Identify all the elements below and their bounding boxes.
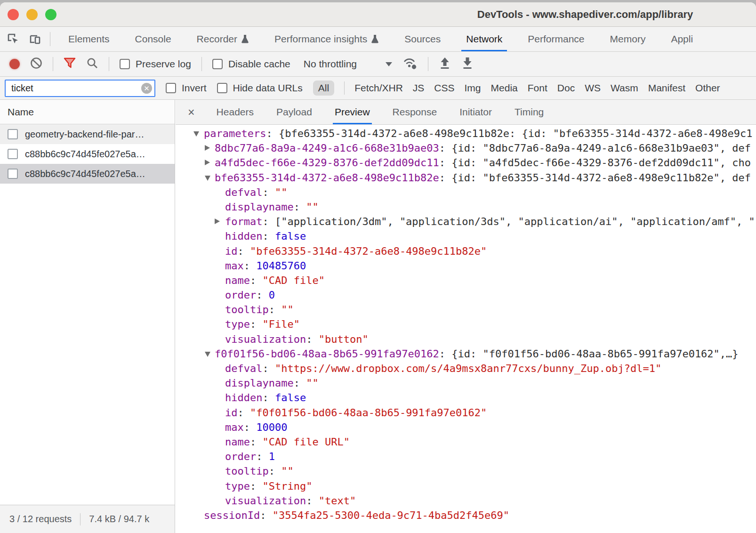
close-detail-button[interactable]: × xyxy=(187,100,196,124)
preserve-log-label: Preserve log xyxy=(136,58,191,70)
tree-key: defval xyxy=(225,186,262,198)
tree-preview-text: : xyxy=(306,333,319,345)
devtools-tabbar: ElementsConsoleRecorderPerformance insig… xyxy=(0,27,756,52)
tree-row[interactable]: a4fd5dec-f66e-4329-8376-def2dd09dc11: {i… xyxy=(176,155,756,170)
filter-type-other[interactable]: Other xyxy=(695,82,720,94)
tree-preview-text: : xyxy=(244,421,257,433)
request-row[interactable]: c88bb6c9c74d45fe027e5a… xyxy=(0,144,175,164)
tab-recorder[interactable]: Recorder xyxy=(192,27,254,51)
tree-key: format xyxy=(225,216,262,227)
request-checkbox[interactable] xyxy=(8,129,18,139)
detail-tab-headers[interactable]: Headers xyxy=(215,100,256,124)
filter-type-css[interactable]: CSS xyxy=(434,82,454,94)
throttling-select[interactable]: No throttling xyxy=(304,58,392,70)
detail-tabs: HeadersPayloadPreviewResponseInitiatorTi… xyxy=(215,100,546,124)
filter-type-ws[interactable]: WS xyxy=(585,82,601,94)
close-window-button[interactable] xyxy=(8,9,19,20)
filter-input[interactable] xyxy=(5,80,155,97)
tree-key: parameters xyxy=(204,128,266,139)
tree-string-value: "" xyxy=(306,377,319,389)
filter-type-wasm[interactable]: Wasm xyxy=(611,82,638,94)
tree-preview-text: : {id: "a4fd5dec-f66e-4329-8376-def2dd09… xyxy=(439,157,751,169)
detail-tab-payload[interactable]: Payload xyxy=(274,100,314,124)
detail-tab-preview[interactable]: Preview xyxy=(333,100,372,124)
expand-arrow-icon[interactable] xyxy=(215,218,220,224)
tree-string-value: "File" xyxy=(262,318,299,330)
detail-tab-initiator[interactable]: Initiator xyxy=(458,100,494,124)
network-conditions-button[interactable] xyxy=(402,56,418,72)
tree-boolean-value: false xyxy=(275,392,306,404)
tree-row: visualization: "button" xyxy=(176,332,756,347)
expand-arrow-icon[interactable] xyxy=(205,145,210,151)
inspect-element-button[interactable] xyxy=(4,30,23,48)
device-toolbar-icon xyxy=(28,32,41,46)
filter-type-fetch-xhr[interactable]: Fetch/XHR xyxy=(354,82,403,94)
search-button[interactable] xyxy=(86,57,98,71)
tree-row: defval: "" xyxy=(176,185,756,200)
tab-network[interactable]: Network xyxy=(461,27,507,51)
request-row[interactable]: c88bb6c9c74d45fe027e5a… xyxy=(0,164,175,184)
tree-preview-text: : {id: "f0f01f56-bd06-48aa-8b65-991fa97e… xyxy=(439,348,739,360)
name-column-header[interactable]: Name xyxy=(0,100,175,124)
minimize-window-button[interactable] xyxy=(26,9,38,20)
tree-key: a4fd5dec-f66e-4329-8376-def2dd09dc11 xyxy=(215,157,439,169)
detail-tab-response[interactable]: Response xyxy=(391,100,439,124)
tab-performance-insights[interactable]: Performance insights xyxy=(270,27,384,51)
tree-row[interactable]: 8dbc77a6-8a9a-4249-a1c6-668e31b9ae03: {i… xyxy=(176,141,756,155)
record-network-log-icon[interactable] xyxy=(9,59,20,69)
expand-arrow-icon[interactable] xyxy=(205,160,210,165)
tab-performance[interactable]: Performance xyxy=(523,27,589,51)
disable-cache-label: Disable cache xyxy=(228,58,290,70)
collapse-arrow-icon[interactable] xyxy=(205,176,210,181)
tab-console[interactable]: Console xyxy=(130,27,176,51)
collapse-arrow-icon[interactable] xyxy=(205,352,210,357)
disable-cache-toggle[interactable]: Disable cache xyxy=(212,58,290,70)
tree-row[interactable]: format: ["application/3dm", "application… xyxy=(176,214,756,229)
filter-type-font[interactable]: Font xyxy=(528,82,547,94)
tree-number-value: 0 xyxy=(269,289,275,301)
filter-button[interactable] xyxy=(64,57,76,71)
tree-row: max: 10000 xyxy=(176,420,756,435)
hide-data-urls-checkbox[interactable] xyxy=(217,83,227,93)
clear-filter-icon[interactable]: ✕ xyxy=(141,83,152,94)
toggle-device-toolbar-button[interactable] xyxy=(25,30,44,48)
request-checkbox[interactable] xyxy=(8,169,18,179)
collapse-arrow-icon[interactable] xyxy=(193,131,199,137)
tab-sources[interactable]: Sources xyxy=(400,27,445,51)
tree-preview-text: : xyxy=(238,407,250,419)
tab-memory[interactable]: Memory xyxy=(605,27,651,51)
tree-key: order xyxy=(225,289,256,301)
tree-row[interactable]: f0f01f56-bd06-48aa-8b65-991fa97e0162: {i… xyxy=(176,347,756,361)
tab-label: Appli xyxy=(671,33,693,45)
tree-preview-text: : {id: "bfe63355-314d-4372-a6e8-498e9c11… xyxy=(439,172,751,184)
preserve-log-toggle[interactable]: Preserve log xyxy=(120,58,191,70)
request-row[interactable]: geometry-backend-file-par… xyxy=(0,124,175,144)
filter-type-all[interactable]: All xyxy=(313,81,334,96)
tree-row[interactable]: parameters: {bfe63355-314d-4372-a6e8-498… xyxy=(176,126,756,141)
invert-checkbox[interactable] xyxy=(166,83,176,93)
filter-type-img[interactable]: Img xyxy=(465,82,481,94)
filter-type-manifest[interactable]: Manifest xyxy=(648,82,685,94)
preserve-log-checkbox[interactable] xyxy=(120,59,130,69)
zoom-window-button[interactable] xyxy=(45,9,56,20)
tree-key: name xyxy=(225,275,250,286)
filter-type-doc[interactable]: Doc xyxy=(557,82,575,94)
filter-type-js[interactable]: JS xyxy=(413,82,425,94)
hide-data-urls-toggle[interactable]: Hide data URLs xyxy=(217,82,303,94)
tree-row[interactable]: bfe63355-314d-4372-a6e8-498e9c11b82e: {i… xyxy=(176,170,756,185)
tree-row: max: 10485760 xyxy=(176,258,756,273)
detail-tab-timing[interactable]: Timing xyxy=(513,100,546,124)
request-checkbox[interactable] xyxy=(8,149,18,159)
window-title: DevTools - www.shapediver.com/app/librar… xyxy=(477,2,693,27)
filter-funnel-icon xyxy=(64,57,76,69)
import-har-button[interactable] xyxy=(439,57,451,72)
disable-cache-checkbox[interactable] xyxy=(212,59,223,69)
export-har-button[interactable] xyxy=(461,57,474,72)
tree-string-value: "String" xyxy=(262,480,312,492)
tab-elements[interactable]: Elements xyxy=(64,27,114,51)
tab-appli[interactable]: Appli xyxy=(666,27,698,51)
clear-network-log-button[interactable] xyxy=(30,57,42,71)
tree-string-value: "" xyxy=(281,465,294,477)
invert-toggle[interactable]: Invert xyxy=(166,82,207,94)
filter-type-media[interactable]: Media xyxy=(491,82,518,94)
